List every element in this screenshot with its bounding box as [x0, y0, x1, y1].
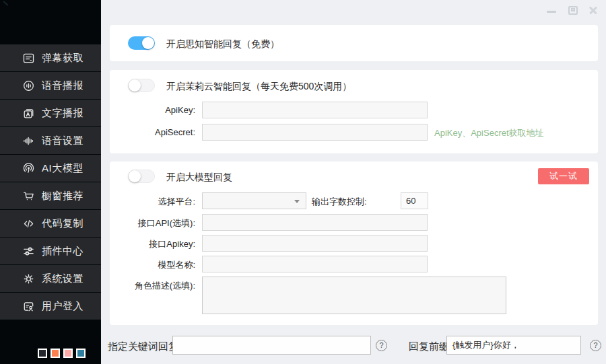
- api-key-label: 接口Apikey:: [110, 238, 195, 250]
- api-url-label: 接口API(选填):: [110, 217, 195, 229]
- close-button[interactable]: [588, 6, 598, 15]
- toggle-knob: [142, 37, 154, 49]
- keyword-reply-label: 指定关键词回复: [108, 340, 178, 353]
- sizhi-toggle-label: 开启思知智能回复（免费）: [166, 38, 279, 50]
- sidebar-item-text-broadcast[interactable]: 文字播报: [0, 100, 101, 126]
- bigmodel-reply-card: 开启大模型回复 试一试 选择平台: 输出字数控制: 接口API(选填): 接口A…: [110, 161, 598, 325]
- sliders-icon: [22, 245, 35, 258]
- api-key-input[interactable]: [202, 235, 428, 252]
- sidebar-item-label: 橱窗推荐: [42, 190, 83, 203]
- sidebar-item-shop-window[interactable]: 橱窗推荐: [0, 182, 101, 209]
- model-name-input[interactable]: [202, 256, 428, 272]
- sidebar-item-label: 代码复制: [42, 217, 83, 230]
- logo-mark: [3, 1, 8, 5]
- reply-prefix-label: 回复前缀: [409, 340, 449, 353]
- sidebar-item-ai-model[interactable]: AI大模型: [0, 155, 101, 182]
- sidebar: 弹幕获取 语音播报 文字播报 语音设置: [0, 0, 101, 364]
- model-name-label: 模型名称:: [110, 259, 195, 271]
- danmu-list-icon: [22, 52, 35, 65]
- platform-select[interactable]: [202, 192, 306, 209]
- sidebar-item-user-login[interactable]: 用户登入: [0, 293, 101, 320]
- try-it-button[interactable]: 试一试: [538, 168, 589, 184]
- sidebar-item-voice-broadcast[interactable]: 语音播报: [0, 72, 101, 99]
- keyword-reply-input[interactable]: [172, 336, 371, 355]
- chevron-down-icon: [294, 200, 300, 203]
- gear-icon: [22, 272, 35, 285]
- main-content: 开启思知智能回复（免费） 开启茉莉云智能回复（每天免费500次调用） ApiKe…: [101, 0, 606, 364]
- sidebar-item-label: 弹幕获取: [42, 52, 83, 65]
- sidebar-item-code-copy[interactable]: 代码复制: [0, 210, 101, 237]
- maximize-icon: [571, 8, 575, 11]
- wordcount-label: 输出字数控制:: [312, 196, 367, 208]
- bigmodel-toggle[interactable]: [128, 170, 155, 183]
- apisecret-label: ApiSecret:: [110, 127, 195, 137]
- app-window: 弹幕获取 语音播报 文字播报 语音设置: [0, 0, 606, 364]
- minimize-button[interactable]: [547, 11, 556, 13]
- platform-label: 选择平台:: [110, 196, 195, 208]
- theme-swatch-orange[interactable]: [50, 349, 60, 358]
- apisecret-input[interactable]: [202, 124, 428, 141]
- sidebar-item-label: 语音播报: [42, 79, 83, 92]
- api-url-input[interactable]: [202, 214, 428, 231]
- sidebar-item-system-settings[interactable]: 系统设置: [0, 265, 101, 292]
- role-desc-textarea[interactable]: [202, 277, 506, 314]
- apikey-input[interactable]: [202, 102, 428, 118]
- code-icon: [22, 217, 35, 230]
- sidebar-item-danmu[interactable]: 弹幕获取: [0, 44, 101, 71]
- role-desc-label: 角色描述(选填):: [110, 280, 195, 292]
- keyword-help-icon[interactable]: ?: [376, 340, 387, 351]
- toggle-knob: [129, 79, 141, 92]
- moli-reply-card: 开启茉莉云智能回复（每天免费500次调用） ApiKey: ApiSecret:…: [110, 70, 598, 153]
- sidebar-item-label: 语音设置: [42, 135, 83, 147]
- theme-swatch-pink[interactable]: [63, 349, 73, 358]
- sizhi-reply-card: 开启思知智能回复（免费）: [110, 25, 598, 61]
- prefix-help-icon[interactable]: ?: [590, 340, 601, 351]
- wordcount-input[interactable]: [401, 192, 428, 209]
- ai-model-icon: [22, 162, 35, 175]
- sidebar-item-voice-settings[interactable]: 语音设置: [0, 127, 101, 154]
- apikey-label: ApiKey:: [110, 105, 195, 115]
- sidebar-item-label: 用户登入: [42, 300, 83, 313]
- moli-toggle-label: 开启茉莉云智能回复（每天免费500次调用）: [166, 81, 351, 93]
- bigmodel-toggle-label: 开启大模型回复: [166, 172, 232, 184]
- apikey-get-address-link[interactable]: ApiKey、ApiSecret获取地址: [434, 127, 544, 139]
- voice-broadcast-icon: [22, 79, 35, 92]
- text-broadcast-icon: [22, 107, 35, 120]
- sidebar-item-label: 系统设置: [42, 272, 83, 285]
- sizhi-toggle[interactable]: [128, 36, 155, 50]
- theme-swatch-teal[interactable]: [76, 349, 86, 358]
- moli-toggle[interactable]: [128, 79, 155, 92]
- user-card-icon: [22, 300, 35, 313]
- sidebar-item-plugin-center[interactable]: 插件中心: [0, 238, 101, 264]
- toggle-knob: [129, 170, 141, 182]
- theme-swatches: [38, 349, 86, 358]
- maximize-button[interactable]: [568, 6, 578, 15]
- sidebar-item-label: 插件中心: [42, 245, 83, 258]
- sidebar-item-label: 文字播报: [42, 107, 83, 120]
- equalizer-icon: [22, 135, 35, 147]
- sidebar-item-label: AI大模型: [42, 162, 83, 175]
- reply-prefix-input[interactable]: [446, 336, 581, 355]
- cart-icon: [22, 190, 35, 203]
- sidebar-menu: 弹幕获取 语音播报 文字播报 语音设置: [0, 44, 101, 320]
- theme-swatch-dark[interactable]: [38, 349, 47, 358]
